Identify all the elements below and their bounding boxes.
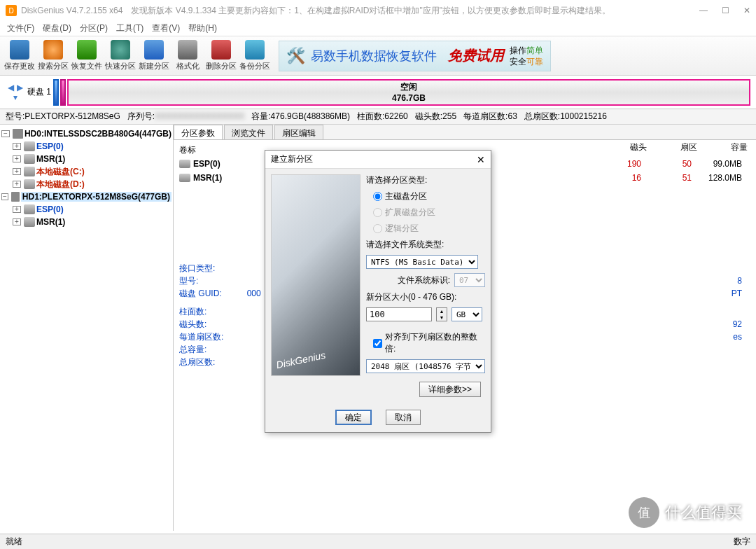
cancel-button[interactable]: 取消 [386, 410, 421, 425]
tree-partition[interactable]: +本地磁盘(C:) [1, 165, 172, 178]
menu-view[interactable]: 查看(V) [149, 21, 183, 36]
tree-partition[interactable]: +ESP(0) [1, 203, 172, 216]
menu-disk[interactable]: 硬盘(D) [40, 21, 74, 36]
create-partition-dialog: 建立新分区 ✕ 请选择分区类型: 主磁盘分区 扩展磁盘分区 逻辑分区 请选择文件… [265, 150, 491, 433]
tree-disk-hd1[interactable]: −HD1:PLEXTORPX-512M8SeG(477GB) [1, 190, 172, 203]
menu-bar: 文件(F) 硬盘(D) 分区(P) 工具(T) 查看(V) 帮助(H) [0, 21, 756, 36]
column-headers: 磁头扇区容量 [608, 141, 748, 153]
watermark-icon: 值 [629, 497, 659, 528]
filesystem-select[interactable]: NTFS (MS Basic Data) [366, 255, 478, 269]
fs-type-label: 请选择文件系统类型: [366, 239, 485, 251]
radio-logical[interactable]: 逻辑分区 [366, 223, 485, 235]
ok-button[interactable]: 确定 [335, 410, 372, 425]
fs-id-select[interactable]: 07 [454, 273, 485, 287]
menu-help[interactable]: 帮助(H) [186, 21, 220, 36]
dialog-close-button[interactable]: ✕ [477, 154, 485, 165]
disk-map-bar: ◀ ▶▾ 硬盘 1 空闲 476.7GB [0, 76, 756, 109]
minimize-button[interactable]: — [699, 6, 708, 15]
size-spinner[interactable]: ▲▼ [436, 307, 447, 321]
menu-file[interactable]: 文件(F) [4, 21, 37, 36]
backup-partition-button[interactable]: 备份分区 [238, 39, 272, 74]
partition-segment-esp[interactable] [53, 79, 59, 106]
tab-sector-edit[interactable]: 扇区编辑 [274, 125, 323, 139]
partition-size-input[interactable] [366, 307, 432, 321]
radio-primary[interactable]: 主磁盘分区 [366, 190, 485, 202]
tree-partition[interactable]: +MSR(1) [1, 216, 172, 228]
tree-disk-hd0[interactable]: −HD0:INTELSSDSC2BB480G4(447GB) [1, 127, 172, 140]
tree-partition[interactable]: +MSR(1) [1, 153, 172, 165]
new-partition-button[interactable]: 新建分区 [137, 39, 171, 74]
watermark-text: 什么值得买 [665, 502, 742, 523]
recover-files-button[interactable]: 恢复文件 [70, 39, 104, 74]
disk-info-bar: 型号:PLEXTORPX-512M8SeG 序列号:XXXXXXXXXXXXXX… [0, 109, 756, 125]
close-window-button[interactable]: ✕ [743, 6, 750, 15]
watermark: 值 什么值得买 [629, 497, 742, 528]
disk-number-label: 硬盘 1 [25, 86, 53, 98]
free-space-segment[interactable]: 空闲 476.7GB [67, 79, 750, 106]
format-button[interactable]: 格式化 [171, 39, 204, 74]
detail-params-button[interactable]: 详细参数>> [419, 382, 481, 397]
align-checkbox[interactable]: 对齐到下列扇区数的整数倍: [366, 331, 485, 355]
menu-partition[interactable]: 分区(P) [77, 21, 111, 36]
partition-type-label: 请选择分区类型: [366, 174, 485, 186]
dialog-titlebar[interactable]: 建立新分区 ✕ [265, 151, 491, 169]
status-bar: 就绪 数字 [0, 534, 756, 549]
partition-segment-msr[interactable] [60, 79, 66, 106]
tree-partition[interactable]: +本地磁盘(D:) [1, 178, 172, 190]
dialog-hero-image [271, 174, 360, 376]
toolbar: 保存更改 搜索分区 恢复文件 快速分区 新建分区 格式化 删除分区 备份分区 🛠… [0, 36, 756, 76]
tabs: 分区参数 浏览文件 扇区编辑 [174, 125, 756, 140]
tab-partition-params[interactable]: 分区参数 [174, 125, 223, 139]
quick-partition-button[interactable]: 快速分区 [104, 39, 137, 74]
app-logo-icon: D [6, 5, 17, 16]
nav-arrows[interactable]: ◀ ▶▾ [6, 83, 25, 102]
tree-partition[interactable]: +ESP(0) [1, 140, 172, 153]
window-titlebar: D DiskGenius V4.7.2.155 x64 发现新版本 V4.9.1… [0, 0, 756, 21]
radio-extended[interactable]: 扩展磁盘分区 [366, 207, 485, 218]
maximize-button[interactable]: ☐ [722, 6, 729, 15]
ad-banner[interactable]: 🛠️ 易数手机数据恢复软件 免费试用 操作简单安全可靠 [279, 41, 551, 71]
disk-tree[interactable]: −HD0:INTELSSDSC2BB480G4(447GB) +ESP(0) +… [0, 125, 174, 531]
dialog-title: 建立新分区 [271, 153, 313, 165]
save-changes-button[interactable]: 保存更改 [3, 39, 36, 74]
fs-id-label: 文件系统标识: [398, 274, 450, 286]
menu-tools[interactable]: 工具(T) [113, 21, 146, 36]
status-left: 就绪 [6, 536, 22, 548]
search-partition-button[interactable]: 搜索分区 [36, 39, 70, 74]
size-unit-select[interactable]: GB [451, 307, 482, 321]
window-title: DiskGenius V4.7.2.155 x64 发现新版本 V4.9.1.3… [21, 5, 610, 17]
size-label: 新分区大小(0 - 476 GB): [366, 291, 485, 303]
delete-partition-button[interactable]: 删除分区 [204, 39, 238, 74]
tab-browse-files[interactable]: 浏览文件 [224, 125, 273, 139]
status-right: 数字 [734, 536, 750, 548]
alignment-select[interactable]: 2048 扇区 (1048576 字节) [366, 359, 485, 373]
